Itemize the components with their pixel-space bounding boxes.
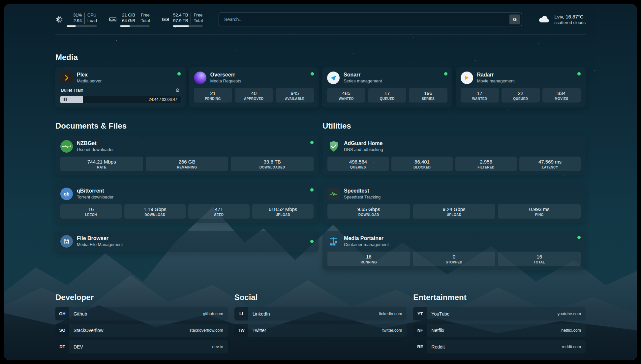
- service-card-radarr[interactable]: Radarr Movie management 17 WANTED 22 QUE…: [456, 67, 586, 107]
- service-card-speedtest[interactable]: Speedtest Speedtest Tracking 9.65 Gbps D…: [322, 183, 586, 223]
- bookmark-github[interactable]: GH Github github.com: [55, 307, 228, 320]
- service-card-nzbget[interactable]: nzbget NZBGet Usenet downloader 744.21 M…: [55, 136, 319, 175]
- weather-location: Lviv, 16.87°C: [554, 14, 586, 19]
- service-card-portainer[interactable]: Media Portainer Container management 16 …: [322, 231, 586, 270]
- ram-metric: 21 GiB 64 GiB Free Total: [109, 13, 150, 27]
- service-card-sonarr[interactable]: Sonarr Series management 485 WANTED 17 Q…: [322, 67, 452, 107]
- stat-total: 16 TOTAL: [498, 252, 581, 266]
- documents-section-title: Documents & Files: [55, 121, 319, 131]
- bookmark-netflix[interactable]: NF Netflix netflix.com: [413, 324, 586, 337]
- section-media: Media Plex Media server: [55, 53, 586, 107]
- service-card-adguard[interactable]: AdGuard Home DNS and adblocking 498,564 …: [322, 136, 586, 175]
- filebrowser-icon: [60, 235, 73, 248]
- service-card-filebrowser[interactable]: File Browser Media File Management: [55, 231, 319, 252]
- developer-section-title: Developer: [55, 293, 228, 302]
- utilities-section-title: Utilities: [322, 121, 586, 131]
- stat-wanted: 17 WANTED: [461, 88, 499, 103]
- service-name: Radarr: [477, 72, 515, 78]
- status-dot: [444, 72, 447, 76]
- linkedin-abbr-icon: LI: [234, 307, 248, 320]
- stat-pending: 21 PENDING: [194, 88, 232, 103]
- search-input[interactable]: [224, 16, 509, 22]
- plex-icon: [60, 72, 73, 84]
- section-documents: Documents & Files nzbget NZBGet Usenet d…: [55, 121, 319, 270]
- section-entertainment: Entertainment YT YouTube youtube.com NF …: [413, 293, 586, 353]
- playback-progress-bar: 24:44 / 02:06:47: [60, 96, 181, 103]
- status-dot: [310, 240, 314, 243]
- service-card-qbittorrent[interactable]: qb qBittorrent Torrent downloader 16 LEE…: [55, 183, 319, 223]
- section-social: Social LI LinkedIn linkedin.com TW Twitt…: [234, 293, 407, 353]
- stat-seed: 471 SEED: [188, 204, 250, 219]
- stat-ping: 0.993 ms PING: [498, 204, 581, 219]
- ram-progress-bar: [120, 25, 150, 27]
- service-name: AdGuard Home: [344, 140, 383, 146]
- service-name: NZBGet: [77, 140, 114, 146]
- stat-wanted: 485 WANTED: [327, 88, 365, 103]
- bookmark-stackoverflow[interactable]: SO StackOverflow stackoverflow.com: [55, 324, 228, 337]
- pause-icon[interactable]: [64, 98, 67, 101]
- stat-rate: 744.21 Mbps RATE: [60, 157, 143, 171]
- social-section-title: Social: [234, 293, 407, 302]
- youtube-abbr-icon: YT: [413, 307, 427, 320]
- bookmark-dev[interactable]: DT DEV dev.to: [55, 340, 228, 353]
- ram-total-label: Total: [141, 18, 150, 24]
- media-section-title: Media: [55, 53, 586, 62]
- disk-metric: 52.4 TB 97.9 TB Free Total: [162, 13, 202, 27]
- status-dot: [310, 188, 314, 192]
- topbar: 31% 2.94 CPU Load: [55, 4, 586, 27]
- service-name: Overseerr: [210, 72, 241, 78]
- section-developer: Developer GH Github github.com SO StackO…: [55, 293, 228, 353]
- ram-icon: [109, 15, 117, 23]
- disk-icon: [162, 15, 169, 23]
- stat-approved: 40 APPROVED: [235, 88, 273, 103]
- service-subtitle: Movie management: [477, 78, 515, 83]
- bookmark-youtube[interactable]: YT YouTube youtube.com: [413, 307, 586, 320]
- service-name: Media Portainer: [344, 235, 389, 241]
- service-subtitle: Series management: [344, 78, 382, 83]
- service-subtitle: Torrent downloader: [77, 195, 113, 199]
- stat-upload: 618.52 Mbps UPLOAD: [252, 204, 314, 219]
- ram-free-label: Free: [141, 13, 150, 18]
- reddit-abbr-icon: RE: [413, 340, 427, 353]
- twitter-abbr-icon: TW: [234, 324, 248, 337]
- status-dot: [577, 236, 581, 239]
- status-dot: [310, 141, 314, 144]
- dashboard-screen: 31% 2.94 CPU Load: [4, 4, 637, 360]
- cpu-value: 31%: [67, 13, 82, 18]
- stat-series: 196 SERIES: [409, 88, 447, 103]
- search-engine-button[interactable]: G: [509, 15, 520, 24]
- stat-download: 9.65 Gbps DOWNLOAD: [327, 204, 410, 219]
- disk-total-value: 97.9 TB: [173, 18, 188, 24]
- dev-abbr-icon: DT: [55, 340, 69, 353]
- disk-progress-bar: [173, 25, 202, 27]
- stat-stopped: 0 STOPPED: [413, 252, 496, 266]
- service-name: Speedtest: [344, 188, 381, 194]
- stat-queued: 22 QUEUED: [502, 88, 540, 103]
- service-card-overseerr[interactable]: Overseerr Media Requests 21 PENDING 40 A…: [189, 67, 319, 107]
- bookmark-linkedin[interactable]: LI LinkedIn linkedin.com: [234, 307, 407, 320]
- stat-running: 16 RUNNING: [327, 252, 410, 266]
- stackoverflow-abbr-icon: SO: [55, 324, 69, 337]
- netflix-abbr-icon: NF: [413, 324, 427, 337]
- stat-latency: 47.569 ms LATENCY: [519, 157, 581, 171]
- stat-leech: 16 LEECH: [60, 204, 122, 219]
- radarr-icon: [461, 72, 473, 84]
- service-card-plex[interactable]: Plex Media server Bullet Train ⚙ 24:44 /: [55, 67, 186, 107]
- bookmark-twitter[interactable]: TW Twitter twitter.com: [234, 324, 407, 337]
- settings-gear-icon[interactable]: ⚙: [175, 87, 180, 93]
- service-subtitle: Container management: [344, 242, 389, 247]
- overseerr-icon: [194, 72, 206, 84]
- service-subtitle: Speedtest Tracking: [344, 195, 381, 199]
- service-name: File Browser: [77, 235, 123, 241]
- sonarr-icon: [327, 72, 340, 84]
- service-subtitle: Media Requests: [210, 78, 241, 83]
- weather-condition: scattered clouds: [554, 20, 586, 25]
- ram-free-value: 21 GiB: [120, 13, 135, 18]
- search-bar: G: [219, 13, 522, 26]
- stat-available: 945 AVAILABLE: [276, 88, 314, 103]
- now-playing-title: Bullet Train: [61, 88, 83, 93]
- stat-upload: 9.24 Gbps UPLOAD: [413, 204, 496, 219]
- speedtest-icon: [327, 188, 340, 200]
- cpu-icon: [55, 15, 63, 23]
- bookmark-reddit[interactable]: RE Reddit reddit.com: [413, 340, 586, 353]
